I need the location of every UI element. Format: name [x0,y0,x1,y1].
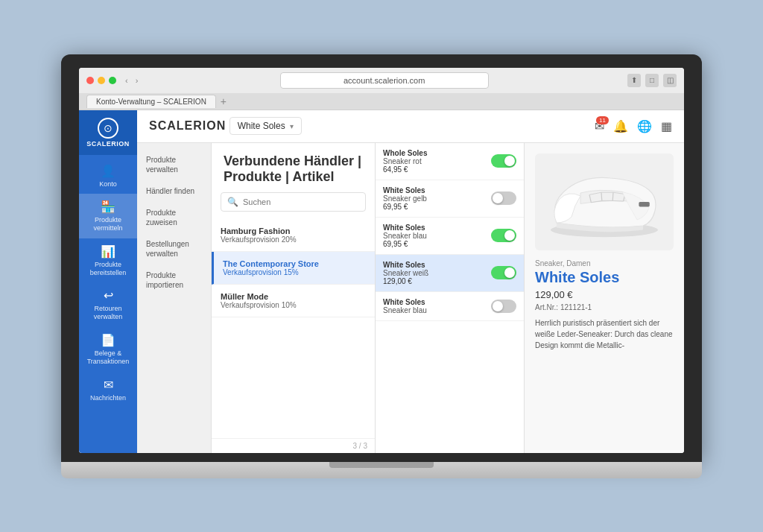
product-item-4[interactable]: White Soles Sneaker weiß 129,00 € [376,255,524,292]
submenu-item-produkte-zuweisen[interactable]: Produkte zuweisen [137,202,211,233]
close-button[interactable] [86,77,94,84]
detail-description: Herrlich puristisch präsentiert sich der… [535,317,674,351]
sidebar-item-nachrichten[interactable]: ✉ Nachrichten [79,372,137,408]
nav-arrows: ‹ › [122,75,141,86]
product-item-1[interactable]: Whole Soles Sneaker rot 64,95 € [376,143,524,180]
product-price: 64,95 € [383,165,491,174]
sidebar-label-produkte-vermitteln: Produktevermitteln [93,216,122,232]
product-info: White Soles Sneaker gelb 69,95 € [383,186,491,211]
content-area: SCALERION White Soles ▾ ✉ 11 [137,110,684,453]
dealer-item-mueller-mode[interactable]: Müller Mode Verkaufsprovision 10% [212,285,375,317]
sku-label: Art.Nr.: [535,303,558,311]
product-name: Sneaker weiß [383,269,491,277]
logo-text: SCALERION [86,140,130,148]
toggle-slider-3 [491,229,516,242]
produkte-bereitstellen-icon: 📊 [101,244,115,259]
dealers-panel: Verbundene Händler | Produkte | Artikel … [212,143,376,453]
sidebar-item-produkte-bereitstellen[interactable]: 📊 Produktebereitstellen [79,238,137,283]
browser-chrome: ‹ › account.scalerion.com ⬆ □ ◫ [79,68,684,110]
sidebar-label-retouren: Retourenverwalten [94,305,123,321]
sidebar-item-belege[interactable]: 📄 Belege &Transaktionen [79,327,137,372]
product-item-3[interactable]: White Soles Sneaker blau 69,95 € [376,218,524,255]
store-selector[interactable]: White Soles ▾ [229,117,302,135]
svg-line-3 [612,192,613,200]
browser-tab[interactable]: Konto-Verwaltung – SCALERION [86,95,216,108]
detail-price: 129,00 € [535,289,674,300]
product-info: White Soles Sneaker blau 69,95 € [383,224,491,248]
sidebar-label-konto: Konto [99,180,117,189]
toggle-2[interactable] [491,191,516,205]
minimize-button[interactable] [98,77,105,84]
product-name: Sneaker blau [383,232,491,240]
sidebar-item-produkte-vermitteln[interactable]: 🏪 Produktevermitteln [79,194,137,238]
address-bar-wrap: account.scalerion.com [147,72,621,89]
dealer-name: Hamburg Fashion [221,227,366,235]
sku-value: 121121-1 [560,303,592,311]
logo-icon: ⊙ [98,118,118,139]
bookmark-button[interactable]: □ [645,74,659,87]
product-item-2[interactable]: White Soles Sneaker gelb 69,95 € [376,180,524,218]
product-price: 69,95 € [383,203,491,211]
sidebar-label-produkte-bereitstellen: Produktebereitstellen [90,261,127,277]
toggle-slider-2 [491,191,516,205]
bell-icon: 🔔 [613,120,628,133]
toggle-4[interactable] [491,266,516,279]
product-brand: White Soles [383,298,491,306]
submenu-item-produkte-importieren[interactable]: Produkte importieren [137,265,211,296]
grid-button[interactable]: ▦ [661,119,672,133]
back-button[interactable]: ‹ [122,75,131,86]
product-name: Sneaker gelb [383,194,491,203]
screen-bezel: ‹ › account.scalerion.com ⬆ □ ◫ [61,54,702,462]
product-brand: White Soles [383,261,491,269]
bell-button[interactable]: 🔔 [613,119,628,133]
search-bar: 🔍 [221,192,366,212]
sidebar-label-belege: Belege &Transaktionen [87,349,130,366]
search-input[interactable] [243,197,359,206]
messages-button[interactable]: ✉ 11 [595,119,604,133]
submenu-item-haendler-finden[interactable]: Händler finden [137,180,211,202]
shoe-image-container [535,153,674,250]
submenu-item-bestellungen-verwalten[interactable]: Bestellungen verwalten [137,233,211,265]
chevron-down-icon: ▾ [290,122,294,130]
content-body: Produkte verwalten Händler finden Produk… [137,143,684,453]
product-item-5[interactable]: White Soles Sneaker blau [376,292,524,321]
sidebar-item-retouren[interactable]: ↩ Retourenverwalten [79,282,137,327]
grid-icon: ▦ [661,120,672,133]
header-brand: SCALERION [149,119,226,133]
traffic-lights [86,77,116,84]
submenu-item-produkte-verwalten[interactable]: Produkte verwalten [137,149,211,180]
forward-button[interactable]: › [133,75,142,86]
sidebar: ⊙ SCALERION 👤 Konto 🏪 Produktevermitteln [79,110,137,453]
url-text: account.scalerion.com [343,76,425,85]
dealer-item-contemporary-store[interactable]: The Contemporary Store Verkaufsprovision… [212,252,375,285]
product-price: 129,00 € [383,277,491,285]
product-brand: White Soles [383,224,491,232]
address-bar[interactable]: account.scalerion.com [280,72,489,89]
product-brand: Whole Soles [383,149,491,157]
sidebar-logo: ⊙ SCALERION [79,110,137,155]
detail-subtitle: Sneaker, Damen [535,259,674,267]
sidebar-item-konto[interactable]: 👤 Konto [79,158,137,194]
extension-button[interactable]: ◫ [663,74,677,87]
app-container: ⊙ SCALERION 👤 Konto 🏪 Produktevermitteln [79,110,684,453]
nachrichten-icon: ✉ [104,378,113,392]
browser-toolbar: ‹ › account.scalerion.com ⬆ □ ◫ [79,68,684,93]
toggle-5[interactable] [491,300,516,313]
page-indicator: 3 / 3 [212,438,375,453]
submenu: Produkte verwalten Händler finden Produk… [137,143,212,453]
globe-button[interactable]: 🌐 [637,119,652,133]
konto-icon: 👤 [101,164,115,178]
browser-actions: ⬆ □ ◫ [627,74,677,87]
panel-title: Verbundene Händler | Produkte | Artikel [212,143,375,192]
dealer-item-hamburg-fashion[interactable]: Hamburg Fashion Verkaufsprovision 20% [212,219,375,252]
share-button[interactable]: ⬆ [627,74,641,87]
globe-icon: 🌐 [637,120,652,133]
toggle-1[interactable] [491,154,516,168]
sidebar-label-nachrichten: Nachrichten [90,394,126,402]
new-tab-button[interactable]: + [221,96,227,107]
toggle-3[interactable] [491,229,516,242]
dealer-provision: Verkaufsprovision 20% [221,235,366,244]
fullscreen-button[interactable] [109,77,116,84]
products-panel: Whole Soles Sneaker rot 64,95 € [376,143,525,453]
product-info: White Soles Sneaker weiß 129,00 € [383,261,491,285]
